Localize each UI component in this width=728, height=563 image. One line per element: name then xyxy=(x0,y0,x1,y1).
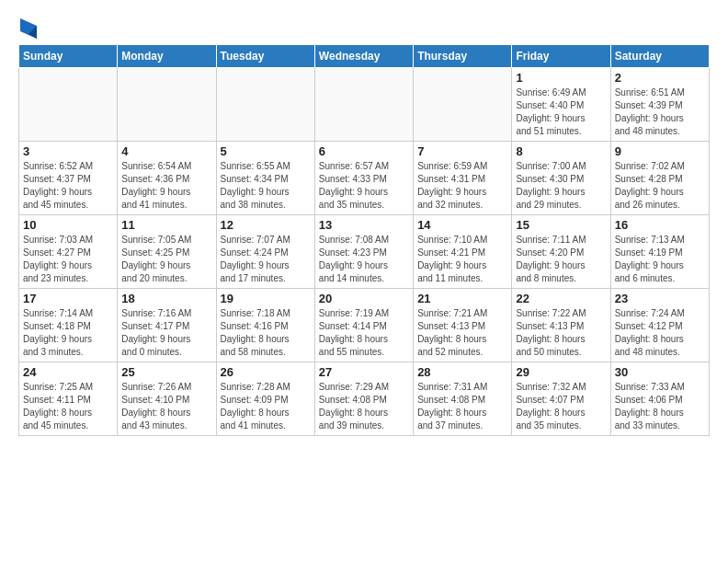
week-row-0: 1Sunrise: 6:49 AM Sunset: 4:40 PM Daylig… xyxy=(19,68,710,142)
calendar-cell: 13Sunrise: 7:08 AM Sunset: 4:23 PM Dayli… xyxy=(314,215,413,289)
day-number: 29 xyxy=(516,365,606,379)
day-header-saturday: Saturday xyxy=(610,45,709,68)
calendar-cell: 20Sunrise: 7:19 AM Sunset: 4:14 PM Dayli… xyxy=(314,289,413,362)
day-info: Sunrise: 7:21 AM Sunset: 4:13 PM Dayligh… xyxy=(417,307,507,359)
day-number: 5 xyxy=(221,144,311,158)
day-info: Sunrise: 7:31 AM Sunset: 4:08 PM Dayligh… xyxy=(417,381,507,432)
day-number: 23 xyxy=(615,292,705,305)
calendar-cell: 26Sunrise: 7:28 AM Sunset: 4:09 PM Dayli… xyxy=(216,362,314,436)
day-number: 18 xyxy=(121,292,211,305)
day-info: Sunrise: 6:52 AM Sunset: 4:37 PM Dayligh… xyxy=(23,160,113,212)
day-number: 24 xyxy=(23,365,113,379)
day-number: 26 xyxy=(221,365,311,379)
week-row-3: 17Sunrise: 7:14 AM Sunset: 4:18 PM Dayli… xyxy=(19,289,710,362)
day-number: 1 xyxy=(516,71,606,85)
calendar-cell: 23Sunrise: 7:24 AM Sunset: 4:12 PM Dayli… xyxy=(610,289,709,362)
logo xyxy=(18,18,37,39)
calendar-cell xyxy=(314,68,413,142)
day-number: 4 xyxy=(121,144,211,158)
calendar-cell: 25Sunrise: 7:26 AM Sunset: 4:10 PM Dayli… xyxy=(118,362,216,436)
calendar-cell: 12Sunrise: 7:07 AM Sunset: 4:24 PM Dayli… xyxy=(216,215,314,289)
calendar-cell: 21Sunrise: 7:21 AM Sunset: 4:13 PM Dayli… xyxy=(414,289,512,362)
day-info: Sunrise: 7:03 AM Sunset: 4:27 PM Dayligh… xyxy=(23,234,113,285)
day-number: 21 xyxy=(417,292,507,305)
calendar-cell xyxy=(19,68,118,142)
day-header-tuesday: Tuesday xyxy=(216,45,314,68)
calendar-cell: 18Sunrise: 7:16 AM Sunset: 4:17 PM Dayli… xyxy=(118,289,216,362)
day-number: 14 xyxy=(417,218,507,232)
day-number: 16 xyxy=(615,218,705,232)
day-number: 27 xyxy=(319,365,409,379)
day-number: 7 xyxy=(417,144,507,158)
calendar-cell: 24Sunrise: 7:25 AM Sunset: 4:11 PM Dayli… xyxy=(19,362,118,436)
day-info: Sunrise: 7:10 AM Sunset: 4:21 PM Dayligh… xyxy=(417,234,507,285)
calendar-cell: 1Sunrise: 6:49 AM Sunset: 4:40 PM Daylig… xyxy=(512,68,610,142)
calendar-cell: 17Sunrise: 7:14 AM Sunset: 4:18 PM Dayli… xyxy=(19,289,118,362)
calendar-cell: 19Sunrise: 7:18 AM Sunset: 4:16 PM Dayli… xyxy=(216,289,314,362)
day-info: Sunrise: 7:25 AM Sunset: 4:11 PM Dayligh… xyxy=(23,381,113,432)
week-row-4: 24Sunrise: 7:25 AM Sunset: 4:11 PM Dayli… xyxy=(19,362,710,436)
calendar-cell xyxy=(414,68,512,142)
day-info: Sunrise: 7:22 AM Sunset: 4:13 PM Dayligh… xyxy=(516,307,606,359)
day-info: Sunrise: 6:57 AM Sunset: 4:33 PM Dayligh… xyxy=(319,160,409,212)
calendar-cell: 30Sunrise: 7:33 AM Sunset: 4:06 PM Dayli… xyxy=(610,362,709,436)
day-info: Sunrise: 7:32 AM Sunset: 4:07 PM Dayligh… xyxy=(516,381,606,432)
day-info: Sunrise: 7:18 AM Sunset: 4:16 PM Dayligh… xyxy=(221,307,311,359)
calendar-cell: 4Sunrise: 6:54 AM Sunset: 4:36 PM Daylig… xyxy=(118,142,216,215)
day-header-monday: Monday xyxy=(118,45,216,68)
day-number: 2 xyxy=(615,71,705,85)
calendar-cell: 9Sunrise: 7:02 AM Sunset: 4:28 PM Daylig… xyxy=(610,142,709,215)
logo-icon xyxy=(20,18,37,39)
day-number: 12 xyxy=(221,218,311,232)
day-info: Sunrise: 7:28 AM Sunset: 4:09 PM Dayligh… xyxy=(221,381,311,432)
calendar-cell: 16Sunrise: 7:13 AM Sunset: 4:19 PM Dayli… xyxy=(610,215,709,289)
calendar-table: SundayMondayTuesdayWednesdayThursdayFrid… xyxy=(18,44,710,436)
day-info: Sunrise: 7:19 AM Sunset: 4:14 PM Dayligh… xyxy=(319,307,409,359)
calendar-cell: 29Sunrise: 7:32 AM Sunset: 4:07 PM Dayli… xyxy=(512,362,610,436)
calendar-cell: 7Sunrise: 6:59 AM Sunset: 4:31 PM Daylig… xyxy=(414,142,512,215)
day-info: Sunrise: 6:49 AM Sunset: 4:40 PM Dayligh… xyxy=(516,86,606,138)
day-info: Sunrise: 6:51 AM Sunset: 4:39 PM Dayligh… xyxy=(615,86,705,138)
calendar-cell: 2Sunrise: 6:51 AM Sunset: 4:39 PM Daylig… xyxy=(610,68,709,142)
day-info: Sunrise: 7:02 AM Sunset: 4:28 PM Dayligh… xyxy=(615,160,705,212)
page-container: SundayMondayTuesdayWednesdayThursdayFrid… xyxy=(0,0,728,445)
day-info: Sunrise: 7:24 AM Sunset: 4:12 PM Dayligh… xyxy=(615,307,705,359)
calendar-cell: 22Sunrise: 7:22 AM Sunset: 4:13 PM Dayli… xyxy=(512,289,610,362)
calendar-cell xyxy=(216,68,314,142)
day-number: 28 xyxy=(417,365,507,379)
day-number: 6 xyxy=(319,144,409,158)
day-number: 8 xyxy=(516,144,606,158)
day-number: 11 xyxy=(121,218,211,232)
day-info: Sunrise: 6:59 AM Sunset: 4:31 PM Dayligh… xyxy=(417,160,507,212)
day-info: Sunrise: 7:26 AM Sunset: 4:10 PM Dayligh… xyxy=(121,381,211,432)
calendar-cell: 14Sunrise: 7:10 AM Sunset: 4:21 PM Dayli… xyxy=(414,215,512,289)
day-info: Sunrise: 7:00 AM Sunset: 4:30 PM Dayligh… xyxy=(516,160,606,212)
calendar-cell: 15Sunrise: 7:11 AM Sunset: 4:20 PM Dayli… xyxy=(512,215,610,289)
day-info: Sunrise: 7:13 AM Sunset: 4:19 PM Dayligh… xyxy=(615,234,705,285)
calendar-cell: 27Sunrise: 7:29 AM Sunset: 4:08 PM Dayli… xyxy=(314,362,413,436)
day-number: 3 xyxy=(23,144,113,158)
day-number: 22 xyxy=(516,292,606,305)
day-header-thursday: Thursday xyxy=(414,45,512,68)
day-info: Sunrise: 7:29 AM Sunset: 4:08 PM Dayligh… xyxy=(319,381,409,432)
week-row-2: 10Sunrise: 7:03 AM Sunset: 4:27 PM Dayli… xyxy=(19,215,710,289)
week-row-1: 3Sunrise: 6:52 AM Sunset: 4:37 PM Daylig… xyxy=(19,142,710,215)
day-info: Sunrise: 7:33 AM Sunset: 4:06 PM Dayligh… xyxy=(615,381,705,432)
header-row-days: SundayMondayTuesdayWednesdayThursdayFrid… xyxy=(19,45,710,68)
day-header-friday: Friday xyxy=(512,45,610,68)
day-number: 25 xyxy=(121,365,211,379)
day-header-sunday: Sunday xyxy=(19,45,118,68)
day-number: 20 xyxy=(319,292,409,305)
calendar-cell xyxy=(118,68,216,142)
day-number: 17 xyxy=(23,292,113,305)
day-info: Sunrise: 7:05 AM Sunset: 4:25 PM Dayligh… xyxy=(121,234,211,285)
calendar-cell: 8Sunrise: 7:00 AM Sunset: 4:30 PM Daylig… xyxy=(512,142,610,215)
calendar-cell: 6Sunrise: 6:57 AM Sunset: 4:33 PM Daylig… xyxy=(314,142,413,215)
day-info: Sunrise: 7:16 AM Sunset: 4:17 PM Dayligh… xyxy=(121,307,211,359)
calendar-cell: 10Sunrise: 7:03 AM Sunset: 4:27 PM Dayli… xyxy=(19,215,118,289)
day-info: Sunrise: 6:54 AM Sunset: 4:36 PM Dayligh… xyxy=(121,160,211,212)
header-row xyxy=(18,15,710,39)
day-number: 10 xyxy=(23,218,113,232)
day-info: Sunrise: 7:11 AM Sunset: 4:20 PM Dayligh… xyxy=(516,234,606,285)
calendar-cell: 11Sunrise: 7:05 AM Sunset: 4:25 PM Dayli… xyxy=(118,215,216,289)
